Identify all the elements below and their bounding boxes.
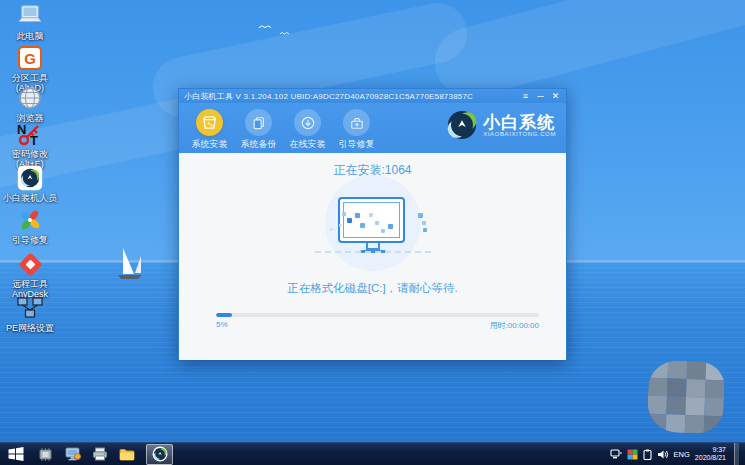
install-box-icon: [196, 109, 223, 136]
tab-online-install[interactable]: 在线安装: [283, 109, 332, 151]
window-titlebar[interactable]: 小白装机工具 V 3.1.204.102 UBID:A9DC27D40A7092…: [179, 89, 566, 103]
icon-label: 小白装机人员: [3, 193, 57, 203]
svg-text:N: N: [17, 122, 26, 137]
brand-name: 小白系统: [483, 114, 556, 131]
diskgenius-icon: G: [14, 44, 46, 72]
network-icon: [14, 294, 46, 322]
toolbox-icon: [343, 109, 370, 136]
icon-label: 此电脑: [17, 31, 44, 41]
brand-domain: XIAOBAIXITONG.COM: [483, 131, 556, 137]
tab-boot-repair[interactable]: 引导修复: [332, 109, 381, 151]
tray-network-icon[interactable]: [610, 449, 622, 459]
taskbar-app-explorer[interactable]: [113, 443, 140, 465]
tab-label: 系统安装: [192, 138, 228, 151]
sailboat: [114, 248, 144, 284]
clock-date: 2020/8/21: [695, 454, 726, 462]
tab-label: 系统备份: [241, 138, 277, 151]
taskbar: ENG 9:37 2020/8/21: [0, 442, 745, 465]
bird-icon: [279, 30, 290, 35]
taskbar-app-xiaobai[interactable]: [146, 444, 173, 465]
window-body: 正在安装:1064 正在格式化磁盘[C:]，请耐心等待. 5% 用时:00:00…: [179, 153, 566, 360]
taskbar-app-chip[interactable]: [32, 443, 59, 465]
taskbar-clock[interactable]: 9:37 2020/8/21: [695, 446, 726, 462]
menu-icon[interactable]: ≡: [519, 90, 532, 102]
tray-speaker-icon[interactable]: [657, 449, 669, 460]
install-illustration: [303, 175, 443, 267]
windows-logo-icon: [8, 447, 24, 461]
taskbar-app-display-settings[interactable]: [59, 443, 86, 465]
taskbar-app-printer[interactable]: [86, 443, 113, 465]
globe-icon: [14, 84, 46, 112]
bird-icon: [258, 23, 272, 29]
xiaobai-swirl-icon: [152, 446, 168, 462]
brand-logo: 小白系统 XIAOBAIXITONG.COM: [447, 110, 556, 140]
desktop-icon-xiaobai-installer[interactable]: 小白装机人员: [2, 164, 58, 203]
tab-label: 在线安装: [290, 138, 326, 151]
desktop-icon-anydesk[interactable]: 远程工具 AnyDesk: [2, 250, 58, 299]
show-desktop-button[interactable]: [734, 443, 739, 465]
progress-percent: 5%: [216, 320, 228, 331]
progress-bar: [216, 313, 539, 317]
desktop-icon-this-pc[interactable]: 此电脑: [2, 2, 58, 41]
system-tray: ENG 9:37 2020/8/21: [610, 443, 745, 465]
computer-icon: [14, 2, 46, 30]
svg-text:T: T: [30, 133, 38, 147]
pinwheel-icon: [14, 206, 46, 234]
desktop-icon-browser[interactable]: 浏览器: [2, 84, 58, 123]
tab-system-install[interactable]: 系统安装: [185, 109, 234, 151]
desktop-icon-pe-network[interactable]: PE网络设置: [2, 294, 58, 333]
start-button[interactable]: [0, 443, 32, 465]
clock-time: 9:37: [695, 446, 726, 454]
xiaobai-logo-icon: [14, 164, 46, 192]
close-icon[interactable]: ✕: [549, 90, 562, 102]
folder-icon: [119, 448, 135, 461]
download-icon: [294, 109, 321, 136]
window-header: 系统安装 系统备份 在线安装 引导修复: [179, 103, 566, 153]
xiaobai-swirl-icon: [447, 110, 477, 140]
icon-label: PE网络设置: [6, 323, 54, 333]
monitor-wrench-icon: [65, 447, 81, 461]
window-title: 小白装机工具 V 3.1.204.102 UBID:A9DC27D40A7092…: [184, 91, 519, 102]
censored-region: [647, 360, 725, 435]
icon-label: 引导修复: [12, 235, 48, 245]
tray-display-color-icon[interactable]: [627, 449, 638, 460]
chip-icon: [38, 448, 53, 461]
backup-files-icon: [245, 109, 272, 136]
status-text: 正在格式化磁盘[C:]，请耐心等待.: [179, 281, 566, 296]
elapsed-time: 用时:00:00:00: [490, 320, 539, 331]
printer-icon: [92, 447, 108, 461]
tab-system-backup[interactable]: 系统备份: [234, 109, 283, 151]
language-indicator[interactable]: ENG: [674, 450, 690, 459]
desktop-icon-boot-repair[interactable]: 引导修复: [2, 206, 58, 245]
desktop-icon-password-reset[interactable]: NT 密码修改 (Alt+E): [2, 120, 58, 169]
progress-fill: [216, 313, 232, 317]
anydesk-icon: [14, 250, 46, 278]
tab-label: 引导修复: [339, 138, 375, 151]
nt-password-icon: NT: [14, 120, 46, 148]
minimize-icon[interactable]: ─: [534, 90, 547, 102]
installer-window: 小白装机工具 V 3.1.204.102 UBID:A9DC27D40A7092…: [178, 88, 567, 360]
tray-clipboard-icon[interactable]: [643, 449, 652, 460]
